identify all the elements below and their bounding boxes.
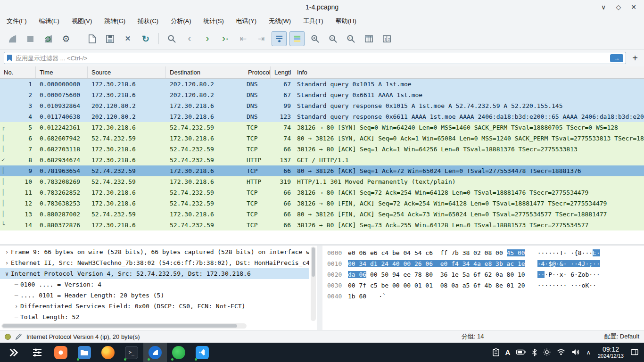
packet-row-4[interactable]: 40.011740638202.120.80.2172.30.218.6DNS1…	[0, 111, 644, 122]
show-desktop-icon[interactable]	[631, 349, 638, 355]
taskbar-kylin-software[interactable]	[167, 343, 190, 362]
tray-expand-icon[interactable]: ∧	[586, 349, 591, 356]
volume-icon[interactable]	[571, 348, 580, 356]
menu-telephony[interactable]: 电话(Y)	[236, 17, 256, 25]
packet-row-6[interactable]: │60.68260794252.74.232.59172.30.218.6TCP…	[0, 133, 644, 144]
hex-row-0020[interactable]: 0020da 06 00 50 94 ee 78 80 36 1e 5a 6f …	[322, 269, 644, 280]
hex-row-0000[interactable]: 0000e0 06 e6 c4 be 04 54 c6 ff 7b 38 02 …	[322, 247, 644, 258]
packet-row-9[interactable]: │90.78196365452.74.232.59172.30.218.6TCP…	[0, 165, 644, 176]
menu-statistics[interactable]: 统计(S)	[203, 17, 223, 25]
task-view-button[interactable]	[25, 343, 49, 362]
resize-columns-button[interactable]	[361, 31, 376, 46]
packet-row-3[interactable]: 30.010932864202.120.80.2172.30.218.6DNS9…	[0, 100, 644, 111]
taskbar-firefox[interactable]	[96, 343, 120, 362]
hex-row-0030[interactable]: 003000 7f c5 be 00 00 01 01 08 0a a5 6f …	[322, 280, 644, 291]
detail-horizontal-scrollbar[interactable]	[1, 323, 247, 329]
expand-arrow-icon[interactable]: ›	[3, 260, 11, 266]
taskbar-clock[interactable]: 09:12 2024/12/13	[598, 346, 624, 359]
wifi-icon[interactable]	[557, 349, 565, 355]
detail-line[interactable]: ─.... 0101 = Header Length: 20 bytes (5)	[0, 290, 309, 301]
packet-row-10[interactable]: │100.78320826952.74.232.59172.30.218.6HT…	[0, 176, 644, 187]
detail-line[interactable]: ─Total Length: 52	[0, 312, 309, 322]
packet-row-12[interactable]: │120.783638253172.30.218.652.74.232.59TC…	[0, 198, 644, 209]
numbered-columns-button[interactable]: 12	[379, 31, 394, 46]
menu-help[interactable]: 帮助(H)	[336, 17, 356, 25]
detail-vertical-scrollbar[interactable]	[311, 247, 316, 321]
menu-edit[interactable]: 编辑(E)	[39, 17, 59, 25]
menu-wireless[interactable]: 无线(W)	[269, 17, 291, 25]
scrollbar-thumb[interactable]	[2, 324, 237, 328]
save-file-button[interactable]	[102, 31, 117, 46]
detail-line[interactable]: ›Frame 9: 66 bytes on wire (528 bits), 6…	[0, 247, 309, 257]
column-header-destination[interactable]: Destination	[166, 66, 244, 78]
stop-capture-button[interactable]	[23, 31, 38, 46]
scrollbar-thumb[interactable]	[312, 247, 315, 277]
brightness-icon[interactable]	[543, 348, 551, 356]
menu-capture[interactable]: 捕获(C)	[138, 17, 158, 25]
close-button[interactable]: ✕	[628, 1, 639, 13]
taskbar-wireshark[interactable]	[143, 343, 167, 362]
go-to-packet-button[interactable]: ›·	[218, 31, 233, 46]
input-method-indicator[interactable]: A	[505, 348, 511, 356]
taskbar-app-store[interactable]	[49, 343, 73, 362]
start-menu-button[interactable]	[2, 343, 25, 362]
bluetooth-icon[interactable]	[532, 348, 537, 356]
packet-row-2[interactable]: 20.000075600172.30.218.6202.120.80.2DNS6…	[0, 90, 644, 100]
menu-analyze[interactable]: 分析(A)	[171, 17, 191, 25]
close-file-button[interactable]: ✕	[120, 31, 135, 46]
packet-row-13[interactable]: │130.88028700252.74.232.59172.30.218.6TC…	[0, 209, 644, 220]
hex-row-0010[interactable]: 001000 34 d1 24 40 00 26 06 e0 f4 34 4a …	[322, 258, 644, 269]
go-forward-button[interactable]: ›	[200, 31, 215, 46]
restart-capture-button[interactable]	[41, 31, 56, 46]
detail-line[interactable]: ›Differentiated Services Field: 0x00 (DS…	[0, 301, 309, 312]
menu-go[interactable]: 跳转(G)	[104, 17, 125, 25]
open-file-button[interactable]	[84, 31, 99, 46]
reload-file-button[interactable]: ↻	[138, 31, 153, 46]
status-profile[interactable]: 配置: Default	[604, 332, 639, 341]
capture-options-button[interactable]: ⚙	[58, 31, 74, 46]
auto-scroll-toggle[interactable]	[272, 31, 287, 46]
expand-arrow-icon[interactable]: ›	[3, 249, 11, 255]
filter-bookmark-icon[interactable]	[7, 54, 12, 62]
add-filter-button[interactable]: +	[630, 53, 640, 64]
go-back-button[interactable]: ‹	[182, 31, 197, 46]
battery-icon[interactable]	[516, 349, 526, 355]
pane-splitter[interactable]	[317, 246, 322, 330]
clipboard-icon[interactable]	[493, 348, 499, 356]
detail-line[interactable]: ›Ethernet II, Src: NewH3CTechno_7b:38:02…	[0, 257, 309, 268]
zoom-out-button[interactable]	[325, 31, 340, 46]
menu-view[interactable]: 视图(V)	[72, 17, 92, 25]
maximize-button[interactable]: ◇	[613, 1, 624, 13]
find-packet-button[interactable]	[164, 31, 179, 46]
last-packet-button[interactable]: ⇥	[254, 31, 269, 46]
start-capture-button[interactable]	[5, 31, 20, 46]
colorize-toggle[interactable]	[289, 31, 305, 46]
column-header-time[interactable]: Time	[36, 66, 88, 78]
zoom-reset-button[interactable]: 1:1	[343, 31, 358, 46]
column-header-protocol[interactable]: Protocol	[244, 66, 271, 78]
packet-row-7[interactable]: │70.682703118172.30.218.652.74.232.59TCP…	[0, 144, 644, 155]
display-filter-input[interactable]	[16, 55, 607, 62]
column-header-length[interactable]: Lengtl	[271, 66, 293, 78]
menu-file[interactable]: 文件(F)	[7, 17, 27, 25]
column-header-no[interactable]: No.	[0, 66, 36, 78]
packet-row-1[interactable]: 10.000000000172.30.218.6202.120.80.2DNS6…	[0, 79, 644, 90]
packet-row-14[interactable]: └140.880372876172.30.218.652.74.232.59TC…	[0, 220, 644, 230]
collapse-arrow-icon[interactable]: ∨	[3, 271, 11, 277]
menu-tools[interactable]: 工具(T)	[303, 17, 323, 25]
expert-info-icon[interactable]	[5, 334, 11, 340]
hex-row-0040[interactable]: 00401b 60·`	[322, 291, 644, 302]
taskbar-vscode[interactable]	[190, 343, 214, 362]
detail-line[interactable]: ∨Internet Protocol Version 4, Src: 52.74…	[0, 268, 309, 279]
packet-row-5[interactable]: ┌50.012242361172.30.218.652.74.232.59TCP…	[0, 122, 644, 133]
capture-comment-icon[interactable]	[15, 333, 22, 340]
packet-row-11[interactable]: │110.783262852172.30.218.652.74.232.59TC…	[0, 187, 644, 198]
column-header-source[interactable]: Source	[88, 66, 166, 78]
minimize-button[interactable]: ∨	[598, 1, 609, 13]
taskbar-file-manager[interactable]	[73, 343, 96, 362]
column-header-info[interactable]: Info	[293, 66, 644, 78]
expand-arrow-icon[interactable]: ›	[12, 303, 20, 310]
detail-line[interactable]: ─0100 .... = Version: 4	[0, 279, 309, 290]
first-packet-button[interactable]: ⇤	[236, 31, 251, 46]
apply-filter-button[interactable]: →	[610, 54, 623, 62]
